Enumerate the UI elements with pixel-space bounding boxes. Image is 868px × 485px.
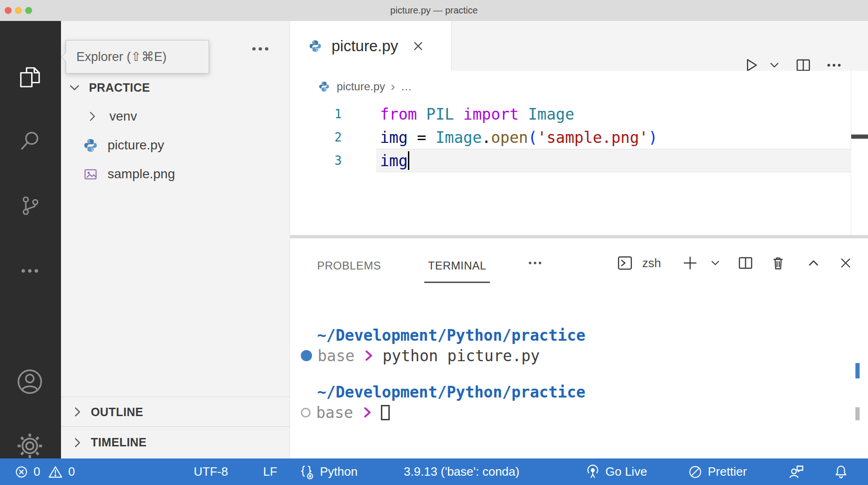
- text-cursor: [408, 151, 409, 170]
- activity-bar: [0, 21, 61, 458]
- braces-icon: [298, 464, 315, 480]
- terminal-prompt-line: basepython picture.py: [301, 345, 540, 366]
- file-list: venvpicture.pysample.png: [61, 102, 290, 189]
- window-title: picture.py — practice: [0, 0, 868, 21]
- code-line-3[interactable]: 3img: [290, 149, 868, 172]
- warning-icon: [47, 464, 63, 480]
- python-file-icon: [83, 138, 98, 153]
- explorer-tooltip: Explorer (⇧⌘E): [66, 40, 209, 74]
- line-number: 3: [290, 154, 342, 168]
- file-item-sample.png[interactable]: sample.png: [61, 160, 290, 189]
- eol-status[interactable]: LF: [263, 458, 277, 485]
- sidebar-more-actions-icon[interactable]: [247, 39, 273, 59]
- line-number: 1: [290, 107, 342, 121]
- language-mode-status[interactable]: Python: [298, 458, 358, 485]
- problems-status[interactable]: 0 0: [14, 458, 75, 485]
- prompt-arrow-icon: [363, 406, 372, 418]
- error-icon: [14, 465, 29, 479]
- encoding-status[interactable]: UTF-8: [194, 458, 228, 485]
- code-text: from PIL import Image: [380, 105, 574, 123]
- breadcrumb: picture.py › …: [290, 71, 868, 102]
- chevron-down-icon: [68, 81, 81, 94]
- chevron-right-icon: [70, 436, 84, 450]
- account-icon[interactable]: [14, 366, 45, 397]
- breadcrumb-file[interactable]: picture.py: [337, 80, 385, 93]
- breadcrumb-symbol[interactable]: …: [400, 80, 412, 93]
- search-icon[interactable]: [14, 125, 45, 156]
- code-line-2[interactable]: 2img = Image.open('sample.png'): [290, 126, 868, 149]
- tab-close-icon[interactable]: [411, 39, 425, 53]
- conda-env-label: base: [316, 404, 353, 422]
- line-number: 2: [290, 130, 342, 144]
- chevron-right-icon: [70, 405, 84, 419]
- panel-divider[interactable]: [290, 235, 868, 238]
- file-label: sample.png: [108, 167, 175, 182]
- error-count: 0: [34, 465, 40, 479]
- sidebar-explorer: PRACTICE venvpicture.pysample.png OUTLIN…: [61, 21, 290, 458]
- warning-count: 0: [68, 465, 75, 479]
- terminal-scroll-marker-blue: [855, 363, 860, 378]
- editor-group: picture.py picture.py ›: [290, 21, 868, 458]
- outline-section-label: OUTLINE: [91, 405, 143, 419]
- chevron-right-icon: [85, 109, 99, 123]
- terminal-cursor: [381, 405, 390, 420]
- sidebar-section-timeline[interactable]: TIMELINE: [61, 426, 290, 458]
- explorer-icon[interactable]: [14, 62, 45, 93]
- circle-slash-icon: [687, 464, 703, 480]
- practice-section-label: PRACTICE: [89, 81, 150, 94]
- python-file-icon: [318, 81, 330, 93]
- file-item-venv[interactable]: venv: [61, 102, 290, 131]
- python-file-icon: [308, 39, 322, 53]
- panel: PROBLEMSTERMINAL zsh: [290, 238, 868, 458]
- tab-label: picture.py: [332, 37, 398, 55]
- tab-picture-py[interactable]: picture.py: [290, 21, 452, 71]
- source-control-icon[interactable]: [14, 190, 45, 221]
- prompt-success-dot: [301, 350, 312, 361]
- terminal-command: python picture.py: [382, 347, 540, 365]
- terminal-path-line: ~/Development/Python/practice: [317, 382, 585, 402]
- cursor-position-marker: [851, 135, 868, 139]
- go-live-status[interactable]: Go Live: [585, 458, 647, 485]
- broadcast-icon: [585, 464, 601, 480]
- prompt-idle-circle: [301, 408, 311, 418]
- status-bar: 0 0 UTF-8 LF Python 3.9.13 ('base': cond…: [0, 458, 868, 485]
- python-interpreter-status[interactable]: 3.9.13 ('base': conda): [404, 458, 519, 485]
- feedback-icon[interactable]: [787, 458, 806, 485]
- terminal-path-line: ~/Development/Python/practice: [317, 325, 585, 345]
- breadcrumb-separator: ›: [391, 79, 395, 94]
- prompt-arrow-icon: [365, 350, 373, 362]
- notifications-bell-icon[interactable]: [833, 458, 849, 485]
- terminal-output[interactable]: ~/Development/Python/practicebasepython …: [290, 238, 868, 458]
- sidebar-section-practice[interactable]: PRACTICE: [61, 73, 290, 102]
- terminal-scroll-marker-gray: [855, 407, 860, 420]
- code-line-1[interactable]: 1from PIL import Image: [290, 102, 868, 126]
- timeline-section-label: TIMELINE: [91, 436, 147, 449]
- image-file-icon: [83, 167, 98, 182]
- overview-ruler[interactable]: [851, 71, 868, 235]
- vscode-window: picture.py — practice: [0, 0, 868, 485]
- file-label: venv: [109, 109, 137, 124]
- sidebar-section-outline[interactable]: OUTLINE: [61, 397, 290, 427]
- code-lines[interactable]: 1from PIL import Image2img = Image.open(…: [290, 102, 868, 172]
- tooltip-label: Explorer (⇧⌘E): [76, 49, 167, 64]
- more-views-icon[interactable]: [14, 256, 45, 286]
- code-text: img: [380, 151, 409, 170]
- file-item-picture.py[interactable]: picture.py: [61, 131, 290, 160]
- prettier-status[interactable]: Prettier: [687, 458, 747, 485]
- settings-gear-icon[interactable]: [14, 431, 45, 461]
- terminal-prompt-line: base: [301, 402, 390, 423]
- conda-env-label: base: [318, 347, 354, 365]
- tab-strip: picture.py: [290, 21, 868, 71]
- file-label: picture.py: [108, 138, 164, 153]
- code-text: img = Image.open('sample.png'): [380, 128, 658, 147]
- title-bar: picture.py — practice: [0, 0, 868, 21]
